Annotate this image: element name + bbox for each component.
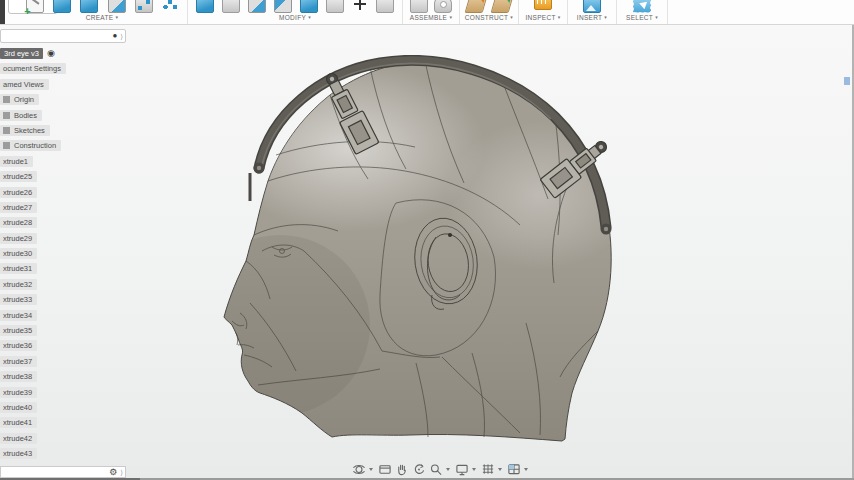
- browser-item[interactable]: 3rd eye v3◉: [0, 48, 66, 59]
- offset-plane-icon[interactable]: [465, 0, 488, 13]
- browser-item[interactable]: Construction: [0, 140, 66, 151]
- folder-icon: [3, 127, 10, 134]
- browser-item[interactable]: xtrude1: [0, 156, 66, 167]
- browser-item[interactable]: Origin: [0, 94, 66, 105]
- toolbar-group-inspect: INSPECT ▾: [519, 0, 568, 24]
- split-body-icon[interactable]: [326, 0, 344, 13]
- toolbar-group-label[interactable]: CREATE ▾: [17, 13, 187, 22]
- toolbar-group-label[interactable]: SELECT ▾: [617, 13, 667, 22]
- combine-icon[interactable]: [274, 0, 292, 13]
- toolbar-groups: CREATE ▾MODIFY ▾ASSEMBLE ▾CONSTRUCT ▾INS…: [17, 0, 668, 24]
- view-navbar: [352, 462, 530, 477]
- display-settings-icon[interactable]: [455, 463, 469, 476]
- chevron-down-icon: ▾: [655, 14, 658, 20]
- browser-item[interactable]: xtrude29: [0, 233, 66, 244]
- axis-icon[interactable]: [490, 0, 513, 13]
- look-at-icon[interactable]: [378, 463, 392, 476]
- toolbar-group-assemble: ASSEMBLE ▾: [403, 0, 460, 24]
- viewports-icon[interactable]: [507, 463, 521, 476]
- browser-item[interactable]: xtrude40: [0, 402, 66, 413]
- orbit-caret[interactable]: [369, 468, 373, 471]
- browser-item-label: xtrude41: [3, 417, 32, 428]
- browser-item-label: xtrude26: [3, 187, 32, 198]
- orbit-icon[interactable]: [352, 463, 366, 476]
- browser-item[interactable]: xtrude42: [0, 433, 66, 444]
- browser-item[interactable]: xtrude39: [0, 387, 66, 398]
- shell-icon[interactable]: [248, 0, 266, 13]
- browser-header[interactable]: ● ⟩: [0, 29, 126, 43]
- free-orbit-icon[interactable]: [412, 463, 426, 476]
- point-icon[interactable]: [162, 0, 178, 11]
- zoom-caret[interactable]: [446, 468, 450, 471]
- head-model[interactable]: [210, 55, 650, 455]
- browser-item[interactable]: xtrude36: [0, 340, 66, 351]
- toolbar-group-label[interactable]: INSERT ▾: [568, 13, 616, 22]
- toolbar-group-label[interactable]: ASSEMBLE ▾: [403, 13, 459, 22]
- display-settings-caret[interactable]: [472, 468, 476, 471]
- browser-item-label: xtrude29: [3, 233, 32, 244]
- toolbar-group-label[interactable]: INSPECT ▾: [519, 13, 567, 22]
- browser-item-label: 3rd eye v3: [4, 48, 39, 59]
- browser-item-label: xtrude39: [3, 387, 32, 398]
- browser-item[interactable]: xtrude30: [0, 248, 66, 259]
- browser-item[interactable]: ocument Settings: [0, 63, 66, 74]
- pipe-icon[interactable]: [135, 0, 153, 13]
- browser-item[interactable]: xtrude33: [0, 294, 66, 305]
- grid-snaps-caret[interactable]: [498, 468, 502, 471]
- fillet-icon[interactable]: [222, 0, 240, 13]
- offset-face-icon[interactable]: [300, 0, 318, 13]
- box-icon[interactable]: [53, 0, 71, 13]
- browser-item-label: Bodies: [14, 110, 37, 121]
- browser-item[interactable]: xtrude31: [0, 263, 66, 274]
- browser-item[interactable]: Sketches: [0, 125, 66, 136]
- browser-item[interactable]: amed Views: [0, 79, 66, 90]
- measure-icon[interactable]: [534, 0, 552, 10]
- gear-icon[interactable]: ⚙: [109, 468, 117, 477]
- activate-radio-icon[interactable]: ◉: [47, 49, 55, 58]
- browser-item[interactable]: xtrude38: [0, 371, 66, 382]
- browser-item[interactable]: xtrude35: [0, 325, 66, 336]
- viewports-caret[interactable]: [524, 468, 528, 471]
- toolbar-group-construct: CONSTRUCT ▾: [460, 0, 519, 24]
- insert-canvas-icon[interactable]: [583, 0, 601, 13]
- joint-icon[interactable]: [434, 0, 452, 13]
- press-pull-icon[interactable]: [196, 0, 214, 13]
- pan-icon[interactable]: [395, 463, 409, 476]
- head-surface[interactable]: [210, 55, 650, 455]
- browser-item[interactable]: xtrude43: [0, 448, 66, 459]
- toolbar-group-label[interactable]: CONSTRUCT ▾: [460, 13, 518, 22]
- new-component-icon[interactable]: [410, 0, 428, 13]
- browser-item-label: xtrude27: [3, 202, 32, 213]
- browser-collapse-handle[interactable]: ⟩: [120, 33, 123, 40]
- browser-item[interactable]: Bodies: [0, 110, 66, 121]
- browser-item[interactable]: xtrude25: [0, 171, 66, 182]
- browser-item[interactable]: xtrude37: [0, 356, 66, 367]
- browser-footer[interactable]: ⚙ ⟩: [0, 466, 126, 478]
- record-dot-icon[interactable]: ●: [112, 32, 117, 40]
- grid-snaps-icon[interactable]: [481, 463, 495, 476]
- select-icon[interactable]: [633, 0, 651, 13]
- align-icon[interactable]: [376, 0, 394, 13]
- create-sketch-icon[interactable]: [26, 0, 44, 13]
- folder-icon: [3, 96, 10, 103]
- browser-item-label: xtrude31: [3, 263, 32, 274]
- browser-item-label: xtrude34: [3, 310, 32, 321]
- revolve-icon[interactable]: [108, 0, 126, 13]
- browser-item[interactable]: xtrude34: [0, 310, 66, 321]
- browser-item-label: Origin: [14, 94, 34, 105]
- browser-item[interactable]: xtrude27: [0, 202, 66, 213]
- browser-item[interactable]: xtrude28: [0, 217, 66, 228]
- browser-item-label: xtrude1: [3, 156, 28, 167]
- zoom-icon[interactable]: [429, 463, 443, 476]
- browser-item-label: Construction: [14, 140, 56, 151]
- toolbar-group-modify: MODIFY ▾: [188, 0, 403, 24]
- form-icon[interactable]: [80, 0, 98, 13]
- browser-item[interactable]: xtrude32: [0, 279, 66, 290]
- toolbar-group-label[interactable]: MODIFY ▾: [188, 13, 402, 22]
- browser-item[interactable]: xtrude26: [0, 187, 66, 198]
- move-copy-icon[interactable]: [352, 0, 368, 11]
- browser-item-label: xtrude43: [3, 448, 32, 459]
- timeline-collapse-handle[interactable]: ⟩: [120, 469, 123, 476]
- browser-item[interactable]: xtrude41: [0, 417, 66, 428]
- browser-item-label: xtrude35: [3, 325, 32, 336]
